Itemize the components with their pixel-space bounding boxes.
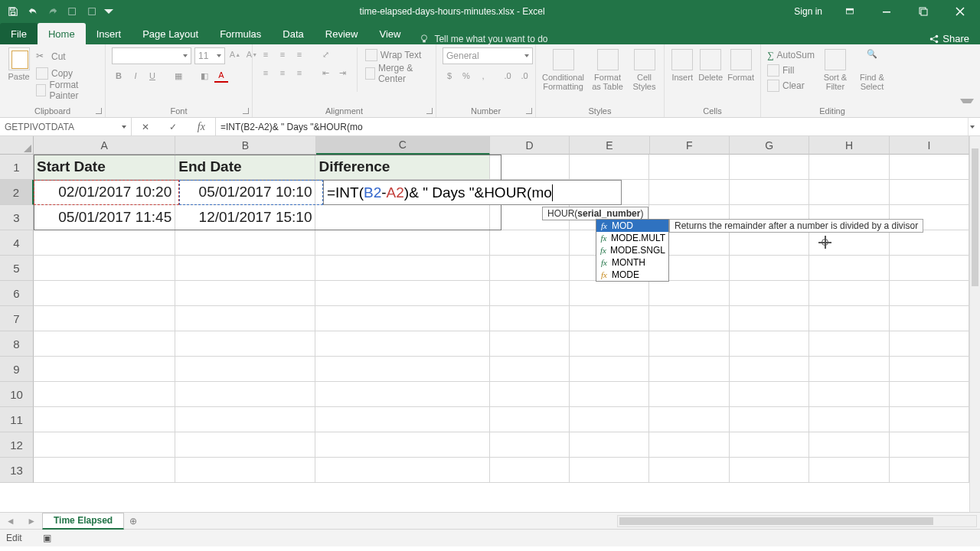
formula-autocomplete[interactable]: fxMOD fxMODE.MULT fxMODE.SNGL fxMONTH fx… [596,219,669,282]
align-mid[interactable]: ≡ [276,47,289,61]
col-F[interactable]: F [650,136,730,155]
fill-button[interactable]: Fill [767,63,815,78]
tell-me-input[interactable]: Tell me what you want to do [411,34,555,44]
horizontal-scrollbar[interactable] [617,515,977,527]
row-12[interactable]: 12 [0,432,34,458]
col-B[interactable]: B [175,136,315,155]
delete-cells-button[interactable]: Delete [698,47,723,82]
sheet-nav-next[interactable]: ► [27,516,36,527]
tab-home[interactable]: Home [38,23,86,44]
row-7[interactable]: 7 [0,306,34,331]
fill-color-button[interactable]: ◧ [198,69,211,83]
hscroll-thumb[interactable] [619,517,933,525]
clipboard-launcher[interactable] [96,108,102,114]
row-3[interactable]: 3 [0,205,34,230]
cell-B2[interactable]: 05/01/2017 10:10 [175,180,315,205]
minimize-button[interactable] [870,0,903,23]
ac-item-modesngl[interactable]: fxMODE.SNGL [596,244,668,256]
share-button[interactable]: Share [918,33,980,44]
tab-data[interactable]: Data [272,23,314,44]
dec-decimal-button[interactable]: .0 [518,69,531,83]
sheet-tab-time-elapsed[interactable]: Time Elapsed [42,513,124,530]
align-center[interactable]: ≡ [276,66,289,80]
clear-button[interactable]: Clear [767,78,815,93]
ac-item-mod[interactable]: fxMOD [596,220,668,232]
orientation-button[interactable]: ⤢ [318,47,332,61]
font-size-combo[interactable]: 11 [194,47,225,64]
col-A[interactable]: A [34,136,175,155]
insert-cells-button[interactable]: Insert [671,47,694,82]
format-as-table-button[interactable]: Format as Table [589,47,626,91]
align-right[interactable]: ≡ [292,66,306,80]
row-13[interactable]: 13 [0,458,34,483]
tab-file[interactable]: File [0,23,38,44]
cell-B3[interactable]: 12/01/2017 15:10 [175,205,315,230]
qat-btn-2[interactable] [84,3,101,20]
percent-button[interactable]: % [459,69,473,83]
tab-formulas[interactable]: Formulas [209,23,272,44]
select-all-corner[interactable] [0,136,34,155]
col-I[interactable]: I [890,136,969,155]
cell-B1[interactable]: End Date [175,155,315,180]
redo-button[interactable] [44,3,61,20]
find-select-button[interactable]: 🔍Find & Select [856,47,888,91]
row-9[interactable]: 9 [0,357,34,382]
cut-button[interactable]: ✂Cut [36,49,99,64]
expand-formula-bar[interactable] [968,118,975,135]
maximize-button[interactable] [906,0,940,23]
font-color-button[interactable]: A [214,69,228,83]
underline-button[interactable]: U [145,69,159,83]
row-4[interactable]: 4 [0,230,34,256]
cell-C3[interactable] [315,205,489,230]
macro-record-button[interactable]: ▣ [38,531,57,545]
sort-filter-button[interactable]: Sort & Filter [819,47,851,91]
cell-D1[interactable] [490,155,570,180]
row-8[interactable]: 8 [0,331,34,357]
inc-indent[interactable]: ⇥ [335,66,349,80]
column-headers[interactable]: A B C D E F G H I [34,136,969,155]
bold-button[interactable]: B [112,69,126,83]
worksheet-grid[interactable]: A B C D E F G H I 1 2 3 4 5 6 7 8 9 10 1… [0,136,980,512]
font-launcher[interactable] [243,108,249,114]
align-top[interactable]: ≡ [259,47,273,61]
copy-button[interactable]: Copy [36,66,99,81]
paste-button[interactable]: Paste [6,47,31,81]
comma-button[interactable]: , [476,69,490,83]
qat-customize[interactable] [104,3,113,20]
ac-item-month[interactable]: fxMONTH [596,256,668,269]
qat-btn-1[interactable] [64,3,81,20]
align-bot[interactable]: ≡ [292,47,306,61]
cell-C1[interactable]: Difference [315,155,489,180]
vscroll-thumb[interactable] [972,148,978,286]
ac-item-mode[interactable]: fxMODE [596,269,668,281]
format-cells-button[interactable]: Format [727,47,754,82]
col-E[interactable]: E [570,136,649,155]
cell-styles-button[interactable]: Cell Styles [631,47,658,91]
cell-C2-editor[interactable]: =INT(B2-A2)& " Days "&HOUR(mo [323,180,622,205]
grow-font-button[interactable]: A▲ [228,47,242,61]
save-button[interactable] [5,3,21,20]
number-format-combo[interactable]: General [443,47,533,64]
tab-review[interactable]: Review [315,23,369,44]
conditional-formatting-button[interactable]: Conditional Formatting [542,47,584,91]
row-5[interactable]: 5 [0,256,34,281]
signin-link[interactable]: Sign in [786,6,830,17]
close-button[interactable] [943,0,977,23]
row-headers[interactable]: 1 2 3 4 5 6 7 8 9 10 11 12 13 [0,155,34,512]
row-1[interactable]: 1 [0,155,34,180]
number-launcher[interactable] [526,108,532,114]
format-painter-button[interactable]: Format Painter [36,83,99,98]
accounting-button[interactable]: $ [443,69,456,83]
ribbon-display-options[interactable] [833,0,867,23]
autosum-button[interactable]: ∑AutoSum [767,47,815,63]
tab-insert[interactable]: Insert [86,23,132,44]
sheet-nav-prev[interactable]: ◄ [6,516,15,527]
row-11[interactable]: 11 [0,407,34,432]
font-family-combo[interactable] [112,47,191,64]
row-10[interactable]: 10 [0,382,34,407]
tab-pagelayout[interactable]: Page Layout [132,23,209,44]
col-H[interactable]: H [809,136,889,155]
row-2[interactable]: 2 [0,180,34,205]
insert-function-button[interactable]: fx [192,119,211,135]
inc-decimal-button[interactable]: .0 [501,69,514,83]
